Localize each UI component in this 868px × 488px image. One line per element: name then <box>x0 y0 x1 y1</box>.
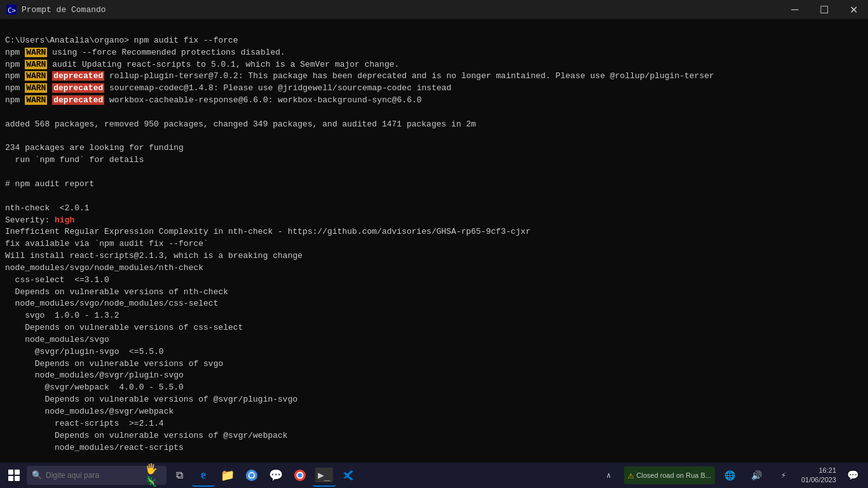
notification-area[interactable]: ⚠ Closed road on Rua B... <box>624 466 715 484</box>
terminal-line: Depends on vulnerable versions of svgo <box>5 358 863 370</box>
edge-icon: e <box>201 468 206 482</box>
terminal-line: Severity: high <box>5 215 863 227</box>
terminal-line: npm WARN using --force Recommended prote… <box>5 47 863 59</box>
search-input[interactable] <box>46 471 141 480</box>
clock-date: 01/06/2023 <box>801 475 836 485</box>
terminal-line: @svgr/plugin-svgo <=5.5.0 <box>5 346 863 358</box>
terminal-line: node_modules/svgo/node_modules/nth-check <box>5 262 863 274</box>
taskbar-right: ∧ ⚠ Closed road on Rua B... 🌐 🔊 ⚡ 16:21 … <box>597 463 865 488</box>
folder-icon: 📁 <box>220 468 234 482</box>
chrome-button[interactable] <box>240 464 263 487</box>
terminal-line: npm WARN deprecated workbox-cacheable-re… <box>5 95 863 107</box>
svg-point-7 <box>298 473 302 478</box>
chrome2-button[interactable] <box>288 464 311 487</box>
terminal-line <box>5 107 863 119</box>
search-icon: 🔍 <box>32 470 42 480</box>
network-icon: 🌐 <box>724 470 735 481</box>
task-view-button[interactable]: ⧉ <box>168 464 191 487</box>
terminal-button[interactable]: ▶_ <box>313 464 336 487</box>
terminal-line: added 568 packages, removed 950 packages… <box>5 119 863 131</box>
terminal-line: @svgr/webpack 4.0.0 - 5.5.0 <box>5 382 863 394</box>
notification-button[interactable]: 💬 <box>843 463 863 488</box>
battery-button[interactable]: ⚡ <box>772 464 795 487</box>
terminal-output: C:\Users\Anatalia\organo> npm audit fix … <box>0 19 868 463</box>
titlebar: C> Prompt de Comando ─ ☐ ✕ <box>0 0 868 19</box>
taskbar: 🔍 🖐️🦎 ⧉ e 📁 💬 ▶_ <box>0 463 868 488</box>
terminal-line: C:\Users\Anatalia\organo> npm audit fix … <box>5 35 863 47</box>
terminal-line <box>5 454 863 463</box>
terminal-line: Depends on vulnerable versions of @svgr/… <box>5 430 863 442</box>
terminal-line: 234 packages are looking for funding <box>5 142 863 154</box>
maximize-button[interactable]: ☐ <box>810 0 839 19</box>
terminal-line: node_modules/react-scripts <box>5 442 863 454</box>
clock-time: 16:21 <box>818 466 836 475</box>
battery-icon: ⚡ <box>781 470 786 480</box>
terminal-icon: ▶_ <box>315 468 332 482</box>
cmd-icon: C> <box>6 4 17 15</box>
minimize-button[interactable]: ─ <box>780 0 810 19</box>
show-hidden-icons-button[interactable]: ∧ <box>597 464 620 487</box>
terminal-line: fix available via `npm audit fix --force… <box>5 238 863 250</box>
titlebar-controls: ─ ☐ ✕ <box>780 0 868 19</box>
chrome-icon <box>245 469 258 482</box>
whatsapp-button[interactable]: 💬 <box>264 464 287 487</box>
terminal-line: Depends on vulnerable versions of @svgr/… <box>5 394 863 406</box>
terminal-line: # npm audit report <box>5 179 863 191</box>
window-title: Prompt de Comando <box>22 5 106 15</box>
warning-icon: ⚠ <box>628 469 634 482</box>
terminal-line: nth-check <2.0.1 <box>5 203 863 215</box>
terminal-line: Depends on vulnerable versions of css-se… <box>5 322 863 334</box>
vscode-button[interactable] <box>337 464 360 487</box>
terminal-line: svgo 1.0.0 - 1.3.2 <box>5 310 863 322</box>
speaker-icon: 🔊 <box>751 470 762 481</box>
svg-marker-8 <box>345 470 353 480</box>
clock[interactable]: 16:21 01/06/2023 <box>799 466 839 485</box>
terminal-line: npm WARN deprecated rollup-plugin-terser… <box>5 71 863 83</box>
whatsapp-icon: 💬 <box>269 468 283 482</box>
vscode-icon <box>342 469 355 482</box>
chrome2-icon <box>294 469 306 482</box>
terminal-line: Will install react-scripts@2.1.3, which … <box>5 250 863 262</box>
terminal-line: npm WARN audit Updating react-scripts to… <box>5 59 863 71</box>
terminal-line <box>5 131 863 143</box>
terminal-line: css-select <=3.1.0 <box>5 274 863 287</box>
titlebar-left: C> Prompt de Comando <box>6 4 106 15</box>
terminal-line: Depends on vulnerable versions of nth-ch… <box>5 287 863 299</box>
terminal-line <box>5 166 863 179</box>
task-view-icon: ⧉ <box>176 470 183 482</box>
terminal-line: node_modules/svgo <box>5 334 863 346</box>
taskbar-search[interactable]: 🔍 🖐️🦎 <box>27 466 166 485</box>
terminal-line: react-scripts >=2.1.4 <box>5 418 863 430</box>
svg-text:C>: C> <box>8 6 17 15</box>
close-button[interactable]: ✕ <box>839 0 868 19</box>
edge-button[interactable]: e <box>192 464 215 487</box>
terminal-line: node_modules/svgo/node_modules/css-selec… <box>5 298 863 310</box>
terminal-line: run `npm fund` for details <box>5 154 863 166</box>
terminal-line: Inefficient Regular Expression Complexit… <box>5 226 863 238</box>
hand-icon: 🖐️🦎 <box>145 463 161 488</box>
start-button[interactable] <box>3 464 25 487</box>
chevron-up-icon: ∧ <box>606 471 611 480</box>
notification-text: Closed road on Rua B... <box>637 471 711 479</box>
terminal-line <box>5 191 863 203</box>
svg-point-4 <box>250 473 254 478</box>
terminal-line: node_modules/@svgr/plugin-svgo <box>5 370 863 382</box>
file-explorer-button[interactable]: 📁 <box>216 464 239 487</box>
terminal-line: node_modules/@svgr/webpack <box>5 406 863 418</box>
network-icon-button[interactable]: 🌐 <box>719 464 742 487</box>
volume-button[interactable]: 🔊 <box>745 464 768 487</box>
chat-icon: 💬 <box>847 470 859 482</box>
terminal-line: npm WARN deprecated sourcemap-codec@1.4.… <box>5 83 863 95</box>
